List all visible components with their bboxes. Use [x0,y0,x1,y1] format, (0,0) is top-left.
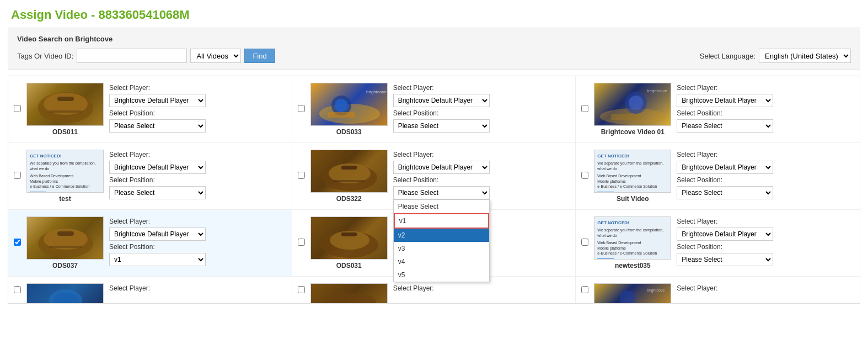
dropdown-option-v5[interactable]: v5 [394,268,489,282]
cell-checkbox[interactable] [581,172,588,179]
cell-label: newtest035 [594,262,671,269]
player-label: Select Player: [109,84,286,92]
cell-checkbox[interactable] [581,239,588,246]
grid-cell: Select Player: [8,277,292,303]
thumb-svg [27,284,104,303]
video-grid: ODS011 Select Player: Brightcove Default… [8,76,860,304]
svg-point-28 [620,290,635,303]
cell-checkbox[interactable] [581,105,588,112]
cell-checkbox[interactable] [298,105,305,112]
cell-checkbox[interactable] [298,239,305,246]
svg-point-11 [629,96,643,110]
cell-label: Suit Video [594,195,671,203]
svg-rect-16 [341,166,357,170]
position-select[interactable]: Please Select v1v2v3v4v5 [677,119,773,133]
player-label: Select Player: [109,284,286,292]
position-select[interactable]: Please Select v1v2v3v4v5 [109,186,206,199]
svg-point-27 [323,293,376,303]
player-label: Select Player: [677,284,854,292]
cell-checkbox[interactable] [14,105,21,112]
position-label: Select Position: [677,109,854,117]
grid-cell: ODS322 Select Player: Brightcove Default… [292,143,576,209]
position-label: Select Position: [393,109,570,117]
lang-select[interactable]: English (United States) French German Sp… [759,49,851,63]
thumb-svg [311,284,388,303]
player-label: Select Player: [393,84,570,92]
player-label: Select Player: [109,218,286,225]
thumb-svg [311,217,388,260]
position-label: Select Position: [109,243,286,251]
cell-label: test [26,195,104,203]
position-label: Select Position: [677,243,854,251]
grid-cell: ODS011 Select Player: Brightcove Default… [8,76,292,142]
svg-text:brightcove: brightcove [647,288,665,293]
cell-checkbox[interactable] [14,172,21,179]
player-select[interactable]: Brightcove Default Player [109,161,206,174]
grid-cell: brightcove Select Player: [576,277,860,303]
grid-cell: GET NOTICED! We separate you from the co… [576,210,860,276]
dropdown-option-v4[interactable]: v4 [394,255,489,268]
grid-cell: brightcove ODS033 Select Player: Brightc… [292,76,576,142]
position-select[interactable]: Please Select v1v2v3v4v5 [109,119,206,133]
thumb-svg [27,217,104,260]
player-select[interactable]: Brightcove Default Player [109,94,206,107]
player-label: Select Player: [393,284,570,292]
cell-label: ODS031 [310,262,388,269]
cell-label: Brightcove Video 01 [594,128,671,136]
search-panel: Video Search on Brightcove Tags Or Video… [8,28,860,70]
thumb-svg [27,83,103,126]
svg-rect-3 [49,110,82,113]
thumb-svg: brightcove [594,83,671,126]
position-select-ods322[interactable]: Please Select v1v2v3v4v5 [393,186,490,199]
player-label: Select Player: [677,151,854,158]
position-select[interactable]: Please Select v1v2v3v4v5 [109,253,206,266]
svg-point-6 [335,99,348,112]
svg-rect-21 [49,246,82,248]
grid-row: ODS011 Select Player: Brightcove Default… [8,76,860,143]
find-button[interactable]: Find [244,49,275,63]
cell-label: ODS011 [26,128,104,136]
svg-rect-17 [333,180,365,182]
svg-rect-24 [341,232,357,236]
cell-checkbox[interactable] [298,286,305,293]
position-label: Select Position: [109,176,286,184]
cell-label: ODS033 [310,128,388,136]
position-select[interactable]: Please Select v1v2v3v4v5 [393,119,490,133]
dropdown-option-please-select[interactable]: Please Select [394,200,489,213]
position-label: Select Position: [109,109,286,117]
search-panel-title: Video Search on Brightcove [17,35,851,43]
dropdown-option-v1[interactable]: v1 [394,213,489,229]
dropdown-option-v2[interactable]: v2 [394,229,489,242]
svg-rect-12 [611,114,641,120]
cell-label: ODS037 [26,262,104,269]
player-label: Select Player: [109,151,286,158]
thumb-svg [311,150,388,193]
position-select[interactable]: Please Select v1v2v3v4v5 [677,186,773,199]
search-input[interactable] [77,49,187,63]
svg-rect-7 [328,112,355,118]
cell-label: ODS322 [310,195,388,203]
svg-text:brightcove: brightcove [647,88,667,93]
svg-rect-20 [57,231,74,236]
dropdown-list: Please Select v1 v2 v3 v4 v5 [393,199,490,282]
player-label: Select Player: [677,84,854,92]
cell-checkbox[interactable] [14,239,21,246]
position-label: Select Position: [393,176,570,184]
video-filter-select[interactable]: All Videos Tags Video ID [190,49,241,63]
grid-row: GET NOTICED! We separate you from the co… [8,143,860,210]
player-select[interactable]: Brightcove Default Player [393,161,490,174]
player-select[interactable]: Brightcove Default Player [677,94,773,107]
grid-cell: GET NOTICED! We separate you from the co… [576,143,860,209]
player-select[interactable]: Brightcove Default Player [109,228,206,241]
page-title: Assign Video - 883360541068M [0,0,868,28]
thumb-svg: brightcove [594,284,671,303]
cell-checkbox[interactable] [298,172,305,179]
player-select[interactable]: Brightcove Default Player [677,161,773,174]
cell-checkbox[interactable] [581,286,588,293]
position-select[interactable]: Please Select v1v2v3v4v5 [677,253,773,266]
cell-checkbox[interactable] [14,286,21,293]
dropdown-option-v3[interactable]: v3 [394,242,489,255]
player-select[interactable]: Brightcove Default Player [677,228,773,241]
player-select[interactable]: Brightcove Default Player [393,94,490,107]
lang-label: Select Language: [700,52,756,60]
